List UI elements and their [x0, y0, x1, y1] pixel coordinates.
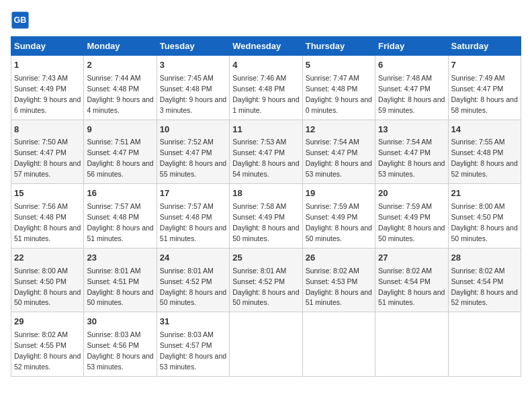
sunrise-text: Sunrise: 7:58 AM — [232, 202, 286, 210]
daylight-text: Daylight: 8 hours and 50 minutes. — [87, 288, 153, 307]
calendar-week-row: 22 Sunrise: 8:00 AM Sunset: 4:50 PM Dayl… — [11, 248, 521, 312]
sunset-text: Sunset: 4:48 PM — [87, 85, 139, 93]
sunrise-text: Sunrise: 8:02 AM — [306, 267, 359, 275]
daylight-text: Daylight: 8 hours and 52 minutes. — [451, 159, 518, 178]
sunset-text: Sunset: 4:47 PM — [87, 148, 139, 156]
calendar-week-row: 15 Sunrise: 7:56 AM Sunset: 4:48 PM Dayl… — [11, 184, 521, 248]
sunrise-text: Sunrise: 8:03 AM — [160, 330, 214, 338]
sunset-text: Sunset: 4:49 PM — [14, 85, 66, 93]
calendar-cell: 6 Sunrise: 7:48 AM Sunset: 4:47 PM Dayli… — [375, 56, 448, 120]
calendar-cell: 10 Sunrise: 7:52 AM Sunset: 4:47 PM Dayl… — [157, 120, 229, 184]
daylight-text: Daylight: 9 hours and 6 minutes. — [14, 95, 81, 114]
daylight-text: Daylight: 9 hours and 0 minutes. — [306, 95, 372, 114]
day-number: 2 — [87, 59, 153, 72]
day-number: 7 — [451, 59, 518, 72]
sunrise-text: Sunrise: 7:44 AM — [87, 74, 140, 82]
sunrise-text: Sunrise: 7:56 AM — [14, 202, 68, 210]
sunset-text: Sunset: 4:47 PM — [378, 85, 431, 93]
calendar-cell: 24 Sunrise: 8:01 AM Sunset: 4:52 PM Dayl… — [157, 248, 229, 312]
sunrise-text: Sunrise: 8:01 AM — [160, 267, 214, 275]
daylight-text: Daylight: 9 hours and 1 minute. — [232, 95, 299, 114]
day-number: 4 — [232, 59, 299, 72]
day-number: 19 — [306, 187, 372, 200]
sunset-text: Sunset: 4:55 PM — [14, 341, 66, 349]
day-number: 29 — [14, 316, 81, 328]
sunrise-text: Sunrise: 7:46 AM — [232, 74, 286, 82]
daylight-text: Daylight: 8 hours and 56 minutes. — [87, 159, 153, 178]
calendar-cell: 3 Sunrise: 7:45 AM Sunset: 4:48 PM Dayli… — [157, 56, 229, 120]
sunset-text: Sunset: 4:47 PM — [306, 148, 358, 156]
sunset-text: Sunset: 4:48 PM — [160, 213, 212, 221]
calendar-table: SundayMondayTuesdayWednesdayThursdayFrid… — [11, 36, 521, 377]
day-number: 28 — [451, 252, 518, 265]
daylight-text: Daylight: 8 hours and 53 minutes. — [378, 159, 445, 178]
sunset-text: Sunset: 4:48 PM — [87, 213, 139, 221]
sunset-text: Sunset: 4:48 PM — [160, 85, 212, 93]
day-number: 30 — [87, 316, 153, 328]
sunrise-text: Sunrise: 7:51 AM — [87, 138, 140, 146]
calendar-header-row: SundayMondayTuesdayWednesdayThursdayFrid… — [11, 37, 521, 56]
day-number: 9 — [87, 124, 153, 136]
day-number: 10 — [160, 124, 226, 136]
daylight-text: Daylight: 8 hours and 50 minutes. — [232, 288, 299, 307]
sunrise-text: Sunrise: 7:49 AM — [451, 74, 505, 82]
column-header-tuesday: Tuesday — [157, 37, 229, 56]
day-number: 25 — [232, 252, 299, 265]
calendar-cell: 23 Sunrise: 8:01 AM Sunset: 4:51 PM Dayl… — [84, 248, 157, 312]
sunrise-text: Sunrise: 7:45 AM — [160, 74, 214, 82]
sunrise-text: Sunrise: 8:02 AM — [14, 330, 68, 338]
calendar-cell: 11 Sunrise: 7:53 AM Sunset: 4:47 PM Dayl… — [230, 120, 302, 184]
svg-text:GB: GB — [14, 15, 27, 25]
column-header-sunday: Sunday — [11, 37, 84, 56]
day-number: 3 — [160, 59, 226, 72]
calendar-cell: 27 Sunrise: 8:02 AM Sunset: 4:54 PM Dayl… — [375, 248, 448, 312]
calendar-cell: 8 Sunrise: 7:50 AM Sunset: 4:47 PM Dayli… — [11, 120, 84, 184]
sunrise-text: Sunrise: 8:03 AM — [87, 330, 140, 338]
day-number: 15 — [14, 187, 81, 200]
day-number: 11 — [232, 124, 299, 136]
daylight-text: Daylight: 8 hours and 51 minutes. — [306, 288, 372, 307]
sunset-text: Sunset: 4:54 PM — [378, 277, 431, 285]
daylight-text: Daylight: 8 hours and 53 minutes. — [306, 159, 372, 178]
calendar-cell: 18 Sunrise: 7:58 AM Sunset: 4:49 PM Dayl… — [230, 184, 302, 248]
calendar-cell: 31 Sunrise: 8:03 AM Sunset: 4:57 PM Dayl… — [157, 312, 229, 377]
daylight-text: Daylight: 8 hours and 52 minutes. — [451, 288, 518, 307]
daylight-text: Daylight: 8 hours and 59 minutes. — [378, 95, 445, 114]
sunset-text: Sunset: 4:52 PM — [232, 277, 285, 285]
calendar-cell: 30 Sunrise: 8:03 AM Sunset: 4:56 PM Dayl… — [84, 312, 157, 377]
calendar-body: 1 Sunrise: 7:43 AM Sunset: 4:49 PM Dayli… — [11, 56, 521, 377]
day-number: 21 — [451, 187, 518, 200]
sunrise-text: Sunrise: 8:02 AM — [451, 267, 505, 275]
day-number: 16 — [87, 187, 153, 200]
logo-icon: GB — [11, 11, 30, 30]
daylight-text: Daylight: 9 hours and 3 minutes. — [160, 95, 226, 114]
calendar-cell — [230, 312, 302, 377]
day-number: 14 — [451, 124, 518, 136]
sunset-text: Sunset: 4:51 PM — [87, 277, 139, 285]
calendar-cell: 20 Sunrise: 7:59 AM Sunset: 4:49 PM Dayl… — [375, 184, 448, 248]
daylight-text: Daylight: 8 hours and 52 minutes. — [14, 352, 81, 371]
sunset-text: Sunset: 4:50 PM — [451, 213, 504, 221]
day-number: 12 — [306, 124, 372, 136]
sunrise-text: Sunrise: 8:01 AM — [232, 267, 286, 275]
daylight-text: Daylight: 8 hours and 50 minutes. — [14, 288, 81, 307]
sunrise-text: Sunrise: 7:48 AM — [378, 74, 432, 82]
calendar-cell: 1 Sunrise: 7:43 AM Sunset: 4:49 PM Dayli… — [11, 56, 84, 120]
sunset-text: Sunset: 4:57 PM — [160, 341, 212, 349]
calendar-cell: 13 Sunrise: 7:54 AM Sunset: 4:47 PM Dayl… — [375, 120, 448, 184]
sunset-text: Sunset: 4:53 PM — [306, 277, 358, 285]
sunrise-text: Sunrise: 7:59 AM — [378, 202, 432, 210]
daylight-text: Daylight: 8 hours and 50 minutes. — [378, 224, 445, 242]
sunset-text: Sunset: 4:47 PM — [378, 148, 431, 156]
daylight-text: Daylight: 8 hours and 53 minutes. — [87, 352, 153, 371]
day-number: 22 — [14, 252, 81, 265]
calendar-cell: 26 Sunrise: 8:02 AM Sunset: 4:53 PM Dayl… — [302, 248, 375, 312]
daylight-text: Daylight: 8 hours and 50 minutes. — [160, 288, 226, 307]
sunset-text: Sunset: 4:56 PM — [87, 341, 139, 349]
sunset-text: Sunset: 4:50 PM — [14, 277, 66, 285]
sunrise-text: Sunrise: 7:50 AM — [14, 138, 68, 146]
sunrise-text: Sunrise: 7:55 AM — [451, 138, 505, 146]
calendar-cell: 9 Sunrise: 7:51 AM Sunset: 4:47 PM Dayli… — [84, 120, 157, 184]
calendar-cell: 7 Sunrise: 7:49 AM Sunset: 4:47 PM Dayli… — [448, 56, 521, 120]
day-number: 6 — [378, 59, 445, 72]
